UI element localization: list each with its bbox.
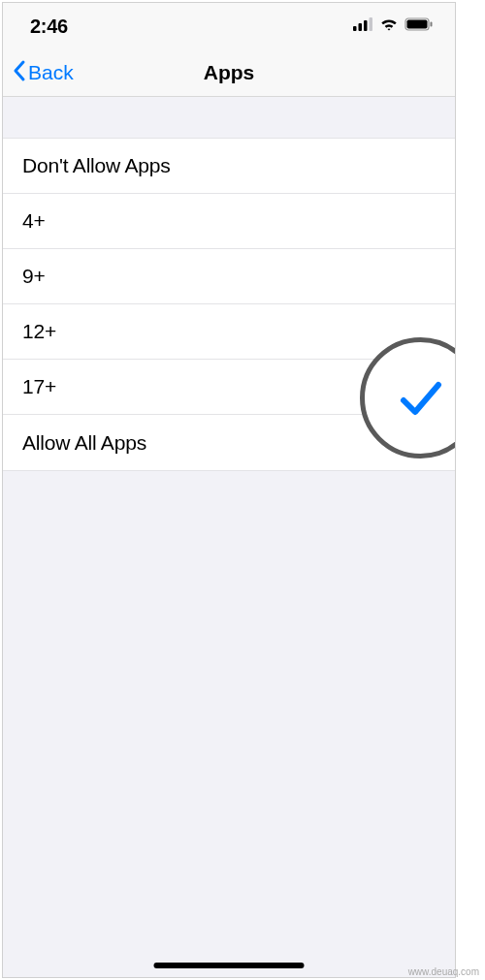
home-indicator[interactable] bbox=[154, 963, 305, 968]
battery-icon bbox=[404, 17, 434, 35]
back-label: Back bbox=[28, 61, 74, 84]
cellular-icon bbox=[353, 17, 373, 35]
checkmark-slot bbox=[408, 263, 436, 290]
checkmark-slot bbox=[408, 152, 436, 179]
svg-rect-3 bbox=[370, 17, 373, 31]
svg-rect-6 bbox=[431, 22, 433, 27]
option-label: 17+ bbox=[22, 375, 56, 398]
nav-bar: Back Apps bbox=[3, 49, 455, 97]
svg-rect-2 bbox=[364, 20, 368, 31]
status-bar: 2:46 bbox=[3, 3, 455, 49]
option-label: 12+ bbox=[22, 320, 56, 343]
watermark: www.deuaq.com bbox=[408, 966, 479, 977]
wifi-icon bbox=[379, 17, 399, 35]
option-label: Allow All Apps bbox=[22, 431, 146, 455]
option-label: 4+ bbox=[22, 209, 46, 233]
option-4plus[interactable]: 4+ bbox=[3, 194, 455, 249]
status-time: 2:46 bbox=[30, 16, 68, 38]
option-label: Don't Allow Apps bbox=[22, 154, 171, 177]
checkmark-icon bbox=[397, 377, 445, 420]
svg-rect-5 bbox=[407, 20, 428, 29]
svg-rect-0 bbox=[353, 26, 357, 31]
option-9plus[interactable]: 9+ bbox=[3, 249, 455, 304]
back-button[interactable]: Back bbox=[3, 59, 74, 87]
phone-screen: 2:46 Back Apps Don't Allow Apps bbox=[2, 2, 456, 978]
chevron-left-icon bbox=[12, 59, 26, 87]
status-icons bbox=[353, 17, 434, 35]
page-title: Apps bbox=[204, 61, 255, 84]
section-spacer bbox=[3, 97, 455, 138]
svg-rect-1 bbox=[359, 23, 363, 31]
checkmark-slot bbox=[408, 207, 436, 235]
option-label: 9+ bbox=[22, 265, 46, 288]
option-dont-allow[interactable]: Don't Allow Apps bbox=[3, 139, 455, 194]
